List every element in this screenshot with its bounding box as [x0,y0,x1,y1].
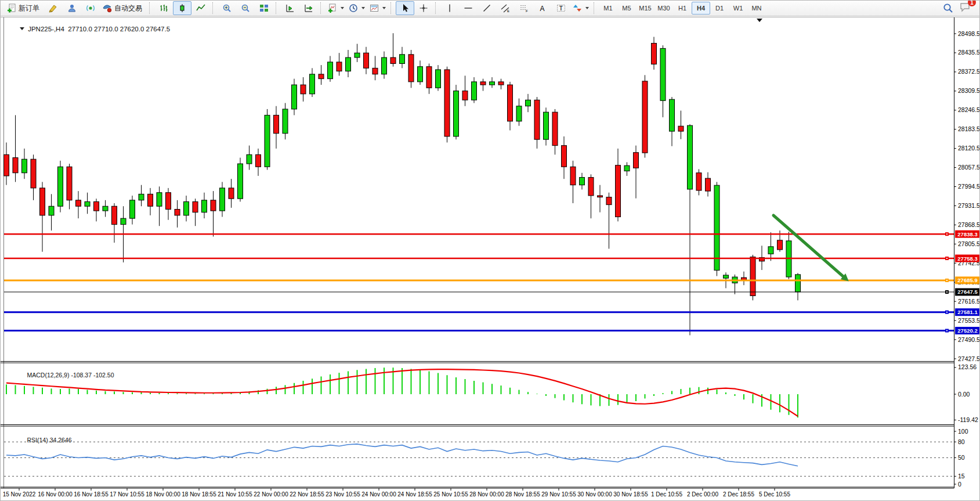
templates-button[interactable] [367,1,388,15]
svg-text:27490.5: 27490.5 [958,336,980,343]
svg-text:24 Nov 00:00: 24 Nov 00:00 [361,491,396,498]
svg-text:27553.5: 27553.5 [958,317,980,324]
timeframe-w1-button[interactable]: W1 [729,2,747,15]
macd-values: -108.37 -102.50 [71,372,114,379]
line-chart-button[interactable] [191,1,210,15]
svg-text:F: F [526,9,528,13]
svg-text:2 Dec 00:00: 2 Dec 00:00 [687,491,718,498]
equidistant-channel-button[interactable]: E [496,1,515,15]
svg-text:50: 50 [958,454,965,461]
chart-title[interactable]: JPN225-,H4 27710.0 27710.0 27620.0 27647… [9,19,170,39]
auto-trading-label: 自动交易 [114,3,142,13]
vertical-line-button[interactable] [440,1,459,15]
community-button[interactable] [63,1,81,15]
indicators-button[interactable] [326,1,346,15]
arrow-objects-icon [573,3,582,13]
svg-text:28309.5: 28309.5 [958,87,980,94]
svg-text:15: 15 [958,473,965,480]
svg-text:22 Nov 00:00: 22 Nov 00:00 [254,491,288,498]
tile-windows-button[interactable] [255,1,273,15]
new-order-icon [7,3,16,13]
auto-scroll-button[interactable] [299,1,318,15]
ohlc-bars-icon [159,3,168,13]
fibonacci-icon: F [519,3,529,13]
chat-unread-badge: 1 [968,0,976,6]
svg-text:29 Nov 10:55: 29 Nov 10:55 [541,491,576,498]
chart-ohlc-values: 27710.0 27710.0 27620.0 27647.5 [68,26,170,33]
svg-text:30 Nov 18:55: 30 Nov 18:55 [613,491,648,498]
timeframe-h1-button[interactable]: H1 [673,2,692,15]
clock-icon [349,3,358,13]
timeframe-h4-button[interactable]: H4 [692,2,710,15]
svg-text:27758.3: 27758.3 [957,255,977,262]
svg-text:123.56: 123.56 [958,363,977,370]
auto-trading-button[interactable]: 自动交易 [100,1,147,15]
chart-shift-marker[interactable] [757,19,762,22]
timeframe-m30-button[interactable]: M30 [654,2,673,15]
chart-symbol-period: JPN225-,H4 [28,26,64,33]
svg-text:16 Nov 00:00: 16 Nov 00:00 [38,491,73,498]
svg-text:21 Nov 10:55: 21 Nov 10:55 [218,491,252,498]
svg-text:30 Nov 00:00: 30 Nov 00:00 [577,491,612,498]
alerts-button[interactable] [81,1,100,15]
svg-text:27931.5: 27931.5 [958,202,980,209]
toolbar-separator [594,2,596,14]
timeframe-m5-button[interactable]: M5 [617,2,636,15]
zoom-in-button[interactable] [218,1,236,15]
svg-text:28246.5: 28246.5 [958,106,980,113]
svg-text:22 Nov 18:55: 22 Nov 18:55 [290,491,324,498]
crosshair-button[interactable] [414,1,433,15]
zoom-in-icon [222,3,232,13]
timeframe-d1-button[interactable]: D1 [710,2,729,15]
chat-button[interactable]: 1 [960,2,971,15]
trendline-button[interactable] [478,1,496,15]
svg-text:18 Nov 00:00: 18 Nov 00:00 [146,491,180,498]
arrows-button[interactable] [570,1,591,15]
trend-arrow-annotation [773,215,843,276]
chart-shift-button[interactable] [281,1,299,15]
cursor-button[interactable] [396,1,414,15]
svg-text:1 Dec 10:55: 1 Dec 10:55 [651,491,682,498]
fibonacci-button[interactable]: F [515,1,533,15]
svg-text:5 Dec 10:55: 5 Dec 10:55 [759,491,790,498]
horizontal-line-icon [464,3,473,13]
profile-icon [67,3,77,13]
svg-text:T: T [559,5,563,12]
svg-text:28057.5: 28057.5 [958,164,980,171]
svg-text:28435.5: 28435.5 [958,49,980,56]
text-button[interactable]: A [533,1,552,15]
search-icon[interactable] [942,2,954,14]
trendline-icon [482,3,491,13]
text-label-button[interactable]: T [552,1,570,15]
add-indicator-icon [328,3,337,13]
svg-text:28498.5: 28498.5 [958,30,980,37]
periods-button[interactable] [346,1,367,15]
svg-text:27581.1: 27581.1 [957,309,978,315]
svg-text:28372.5: 28372.5 [958,68,980,75]
text-icon: A [538,3,547,13]
svg-text:28183.5: 28183.5 [958,125,980,132]
rsi-value: 34.2646 [50,437,72,444]
ohlc-bars-button[interactable] [154,1,173,15]
crayon-icon [49,3,58,13]
vertical-line-icon [445,3,454,13]
chart-canvas[interactable]: 28498.528435.528372.528309.528246.528183… [1,16,980,501]
toolbar-separator [320,2,323,14]
timeframe-m1-button[interactable]: M1 [599,2,617,15]
tile-windows-icon [259,3,269,13]
styler-button[interactable] [44,1,63,15]
svg-text:27838.3: 27838.3 [957,231,977,237]
new-order-button[interactable]: 新订单 [4,1,44,15]
svg-text:18 Nov 18:55: 18 Nov 18:55 [182,491,216,498]
timeframe-mn-button[interactable]: MN [747,2,766,15]
svg-text:17 Nov 10:55: 17 Nov 10:55 [110,491,144,498]
zoom-out-button[interactable] [236,1,255,15]
svg-text:27685.9: 27685.9 [957,277,977,283]
horizontal-line-button[interactable] [459,1,478,15]
timeframe-m15-button[interactable]: M15 [636,2,654,15]
toolbar-separator [435,2,438,14]
candlestick-button[interactable] [173,1,191,15]
svg-text:24 Nov 18:55: 24 Nov 18:55 [397,491,432,498]
auto-trading-icon [103,3,112,13]
symbol-dropdown-icon[interactable] [20,27,24,30]
